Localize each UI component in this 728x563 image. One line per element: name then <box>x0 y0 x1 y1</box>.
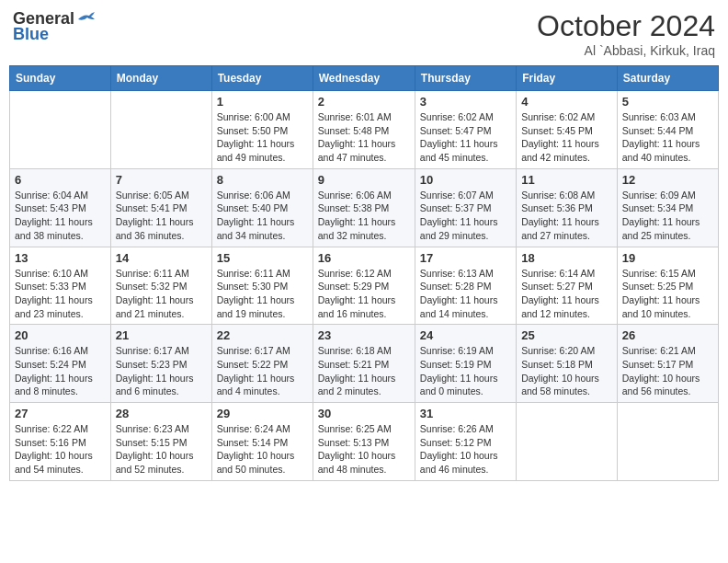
day-info: Sunrise: 6:17 AMSunset: 5:22 PMDaylight:… <box>217 344 308 398</box>
calendar-day-cell: 17 Sunrise: 6:13 AMSunset: 5:28 PMDaylig… <box>415 247 516 325</box>
day-info: Sunrise: 6:00 AMSunset: 5:50 PMDaylight:… <box>217 110 308 165</box>
calendar-day-cell: 25 Sunrise: 6:20 AMSunset: 5:18 PMDaylig… <box>517 325 618 403</box>
day-number: 1 <box>217 95 308 109</box>
day-info: Sunrise: 6:20 AMSunset: 5:18 PMDaylight:… <box>521 344 612 398</box>
calendar-week-row: 1 Sunrise: 6:00 AMSunset: 5:50 PMDayligh… <box>10 91 719 169</box>
day-of-week-header: Friday <box>517 66 618 91</box>
day-info: Sunrise: 6:02 AMSunset: 5:47 PMDaylight:… <box>420 110 511 165</box>
calendar-day-cell: 18 Sunrise: 6:14 AMSunset: 5:27 PMDaylig… <box>517 247 618 325</box>
logo: General Blue <box>13 9 95 44</box>
day-info: Sunrise: 6:09 AMSunset: 5:34 PMDaylight:… <box>622 189 713 243</box>
day-number: 7 <box>116 173 207 187</box>
day-info: Sunrise: 6:01 AMSunset: 5:48 PMDaylight:… <box>318 110 410 165</box>
calendar-day-cell: 27 Sunrise: 6:22 AMSunset: 5:16 PMDaylig… <box>10 403 111 481</box>
day-number: 30 <box>318 407 410 420</box>
day-info: Sunrise: 6:14 AMSunset: 5:27 PMDaylight:… <box>521 267 612 321</box>
day-info: Sunrise: 6:19 AMSunset: 5:19 PMDaylight:… <box>420 344 511 398</box>
location: Al `Abbasi, Kirkuk, Iraq <box>537 43 715 58</box>
calendar-table: SundayMondayTuesdayWednesdayThursdayFrid… <box>9 65 719 481</box>
calendar-day-cell: 16 Sunrise: 6:12 AMSunset: 5:29 PMDaylig… <box>313 247 415 325</box>
calendar-day-cell <box>617 403 718 481</box>
day-number: 10 <box>420 173 511 187</box>
calendar-day-cell: 6 Sunrise: 6:04 AMSunset: 5:43 PMDayligh… <box>10 168 111 247</box>
day-info: Sunrise: 6:25 AMSunset: 5:13 PMDaylight:… <box>318 422 410 477</box>
day-info: Sunrise: 6:21 AMSunset: 5:17 PMDaylight:… <box>622 344 713 398</box>
calendar-day-cell: 11 Sunrise: 6:08 AMSunset: 5:36 PMDaylig… <box>517 168 618 247</box>
day-number: 3 <box>420 95 511 109</box>
day-of-week-header: Wednesday <box>313 66 415 91</box>
day-info: Sunrise: 6:06 AMSunset: 5:38 PMDaylight:… <box>318 189 410 243</box>
day-info: Sunrise: 6:08 AMSunset: 5:36 PMDaylight:… <box>521 189 612 243</box>
day-info: Sunrise: 6:02 AMSunset: 5:45 PMDaylight:… <box>521 110 612 165</box>
calendar-day-cell: 14 Sunrise: 6:11 AMSunset: 5:32 PMDaylig… <box>110 247 211 325</box>
day-number: 17 <box>420 251 511 265</box>
calendar-day-cell: 8 Sunrise: 6:06 AMSunset: 5:40 PMDayligh… <box>211 168 313 247</box>
calendar-day-cell <box>517 403 618 481</box>
calendar-day-cell: 4 Sunrise: 6:02 AMSunset: 5:45 PMDayligh… <box>517 91 618 169</box>
day-number: 23 <box>318 328 410 342</box>
day-number: 18 <box>521 251 612 265</box>
day-number: 13 <box>15 251 106 265</box>
logo-blue-text: Blue <box>13 25 49 44</box>
calendar-day-cell: 13 Sunrise: 6:10 AMSunset: 5:33 PMDaylig… <box>10 247 111 325</box>
day-info: Sunrise: 6:05 AMSunset: 5:41 PMDaylight:… <box>116 189 207 243</box>
calendar-day-cell: 19 Sunrise: 6:15 AMSunset: 5:25 PMDaylig… <box>617 247 718 325</box>
day-info: Sunrise: 6:10 AMSunset: 5:33 PMDaylight:… <box>15 267 106 321</box>
calendar-week-row: 20 Sunrise: 6:16 AMSunset: 5:24 PMDaylig… <box>10 325 719 403</box>
calendar-day-cell: 10 Sunrise: 6:07 AMSunset: 5:37 PMDaylig… <box>415 168 516 247</box>
calendar-day-cell: 22 Sunrise: 6:17 AMSunset: 5:22 PMDaylig… <box>211 325 313 403</box>
day-number: 29 <box>217 407 308 420</box>
day-of-week-header: Sunday <box>10 66 111 91</box>
day-info: Sunrise: 6:13 AMSunset: 5:28 PMDaylight:… <box>420 267 511 321</box>
calendar-day-cell: 20 Sunrise: 6:16 AMSunset: 5:24 PMDaylig… <box>10 325 111 403</box>
day-number: 9 <box>318 173 410 187</box>
calendar-day-cell: 7 Sunrise: 6:05 AMSunset: 5:41 PMDayligh… <box>110 168 211 247</box>
calendar-day-cell: 12 Sunrise: 6:09 AMSunset: 5:34 PMDaylig… <box>617 168 718 247</box>
day-info: Sunrise: 6:18 AMSunset: 5:21 PMDaylight:… <box>318 344 410 398</box>
day-number: 19 <box>622 251 713 265</box>
calendar-day-cell: 26 Sunrise: 6:21 AMSunset: 5:17 PMDaylig… <box>617 325 718 403</box>
day-number: 26 <box>622 328 713 342</box>
calendar-day-cell: 28 Sunrise: 6:23 AMSunset: 5:15 PMDaylig… <box>110 403 211 481</box>
calendar-day-cell: 9 Sunrise: 6:06 AMSunset: 5:38 PMDayligh… <box>313 168 415 247</box>
day-number: 14 <box>116 251 207 265</box>
day-number: 2 <box>318 95 410 109</box>
calendar-day-cell: 5 Sunrise: 6:03 AMSunset: 5:44 PMDayligh… <box>617 91 718 169</box>
calendar-day-cell: 24 Sunrise: 6:19 AMSunset: 5:19 PMDaylig… <box>415 325 516 403</box>
day-number: 12 <box>622 173 713 187</box>
day-info: Sunrise: 6:23 AMSunset: 5:15 PMDaylight:… <box>116 422 207 477</box>
day-info: Sunrise: 6:11 AMSunset: 5:30 PMDaylight:… <box>217 267 308 321</box>
page-header: General Blue October 2024 Al `Abbasi, Ki… <box>9 9 719 58</box>
day-info: Sunrise: 6:04 AMSunset: 5:43 PMDaylight:… <box>15 189 106 243</box>
day-info: Sunrise: 6:15 AMSunset: 5:25 PMDaylight:… <box>622 267 713 321</box>
day-of-week-header: Monday <box>110 66 211 91</box>
month-title: October 2024 <box>537 9 715 43</box>
day-number: 28 <box>116 407 207 420</box>
day-number: 16 <box>318 251 410 265</box>
day-number: 31 <box>420 407 511 420</box>
day-number: 24 <box>420 328 511 342</box>
day-info: Sunrise: 6:24 AMSunset: 5:14 PMDaylight:… <box>217 422 308 477</box>
calendar-header-row: SundayMondayTuesdayWednesdayThursdayFrid… <box>10 66 719 91</box>
day-number: 22 <box>217 328 308 342</box>
day-info: Sunrise: 6:26 AMSunset: 5:12 PMDaylight:… <box>420 422 511 477</box>
day-of-week-header: Thursday <box>415 66 516 91</box>
day-number: 4 <box>521 95 612 109</box>
day-of-week-header: Saturday <box>617 66 718 91</box>
day-number: 6 <box>15 173 106 187</box>
calendar-day-cell: 15 Sunrise: 6:11 AMSunset: 5:30 PMDaylig… <box>211 247 313 325</box>
calendar-day-cell: 23 Sunrise: 6:18 AMSunset: 5:21 PMDaylig… <box>313 325 415 403</box>
day-info: Sunrise: 6:03 AMSunset: 5:44 PMDaylight:… <box>622 110 713 165</box>
calendar-day-cell: 1 Sunrise: 6:00 AMSunset: 5:50 PMDayligh… <box>211 91 313 169</box>
calendar-day-cell: 3 Sunrise: 6:02 AMSunset: 5:47 PMDayligh… <box>415 91 516 169</box>
calendar-week-row: 6 Sunrise: 6:04 AMSunset: 5:43 PMDayligh… <box>10 168 719 247</box>
calendar-week-row: 13 Sunrise: 6:10 AMSunset: 5:33 PMDaylig… <box>10 247 719 325</box>
day-number: 20 <box>15 328 106 342</box>
day-info: Sunrise: 6:16 AMSunset: 5:24 PMDaylight:… <box>15 344 106 398</box>
day-number: 27 <box>15 407 106 420</box>
day-info: Sunrise: 6:11 AMSunset: 5:32 PMDaylight:… <box>116 267 207 321</box>
calendar-day-cell: 29 Sunrise: 6:24 AMSunset: 5:14 PMDaylig… <box>211 403 313 481</box>
day-number: 21 <box>116 328 207 342</box>
day-number: 5 <box>622 95 713 109</box>
calendar-day-cell <box>110 91 211 169</box>
